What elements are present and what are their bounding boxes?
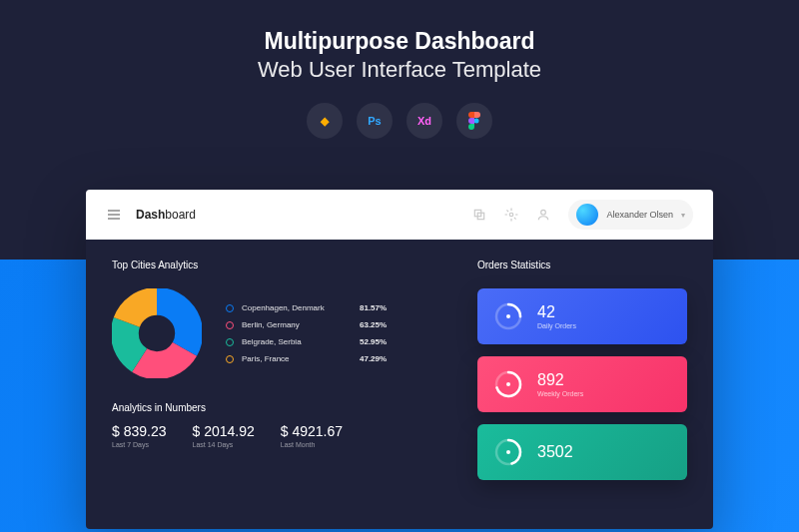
stat-label: Weekly Orders [537, 390, 583, 397]
avatar [576, 204, 598, 226]
user-icon[interactable] [536, 208, 550, 222]
settings-icon[interactable] [504, 208, 518, 222]
menu-icon[interactable] [106, 207, 122, 223]
stat-value: 42 [537, 303, 576, 321]
tool-icons-row: ◆ Ps Xd [0, 103, 799, 139]
hero-title: Multipurpose Dashboard [0, 28, 799, 55]
legend-value: 81.57% [360, 303, 387, 312]
legend-dot [226, 355, 234, 363]
number-item: $ 4921.67Last Month [281, 423, 343, 448]
stat-label: Daily Orders [537, 322, 576, 329]
progress-ring [493, 369, 523, 399]
number-value: $ 2014.92 [193, 423, 255, 439]
dashboard-frame: Dashboard Alexander Olsen ▾ Top Cities A… [86, 190, 713, 529]
legend-value: 47.29% [360, 354, 387, 363]
legend-item: Paris, France47.29% [226, 354, 387, 363]
number-item: $ 2014.92Last 14 Days [193, 423, 255, 448]
number-label: Last 14 Days [193, 441, 255, 448]
stat-value: 3502 [537, 443, 573, 461]
orders-title: Orders Statistics [477, 260, 687, 270]
svg-point-11 [125, 301, 189, 365]
legend: Copenhagen, Denmark81.57%Berlin, Germany… [226, 303, 387, 363]
legend-dot [226, 304, 234, 312]
number-label: Last Month [281, 441, 343, 448]
legend-city: Belgrade, Serbia [242, 337, 352, 346]
stat-card[interactable]: 42Daily Orders [477, 288, 687, 344]
hero-subtitle: Web User Interface Template [0, 57, 799, 83]
number-item: $ 839.23Last 7 Days [112, 423, 167, 448]
user-name: Alexander Olsen [606, 210, 673, 220]
brand: Dashboard [136, 208, 196, 222]
xd-icon: Xd [406, 103, 442, 139]
svg-point-6 [510, 213, 514, 217]
legend-value: 52.95% [360, 337, 387, 346]
photoshop-icon: Ps [357, 103, 393, 139]
app-header: Dashboard Alexander Olsen ▾ [86, 190, 713, 240]
user-menu[interactable]: Alexander Olsen ▾ [568, 200, 693, 230]
number-label: Last 7 Days [112, 441, 167, 448]
progress-ring [493, 301, 523, 331]
chevron-down-icon: ▾ [681, 211, 685, 220]
sketch-icon: ◆ [307, 103, 343, 139]
svg-point-0 [474, 119, 479, 124]
legend-city: Copenhagen, Denmark [242, 303, 352, 312]
legend-city: Berlin, Germany [242, 320, 352, 329]
legend-city: Paris, France [242, 354, 352, 363]
svg-point-7 [541, 210, 546, 215]
pie-chart [112, 288, 202, 378]
stat-card[interactable]: 3502 [477, 424, 687, 480]
number-value: $ 839.23 [112, 423, 167, 439]
numbers-row: $ 839.23Last 7 Days$ 2014.92Last 14 Days… [112, 423, 447, 448]
legend-item: Belgrade, Serbia52.95% [226, 337, 387, 346]
stat-card[interactable]: 892Weekly Orders [477, 356, 687, 412]
stat-value: 892 [537, 371, 583, 389]
legend-value: 63.25% [360, 320, 387, 329]
legend-item: Copenhagen, Denmark81.57% [226, 303, 387, 312]
legend-dot [226, 338, 234, 346]
hero-section: Multipurpose Dashboard Web User Interfac… [0, 0, 799, 139]
legend-dot [226, 321, 234, 329]
progress-ring [493, 437, 523, 467]
legend-item: Berlin, Germany63.25% [226, 320, 387, 329]
analytics-title: Top Cities Analytics [112, 260, 447, 270]
numbers-title: Analytics in Numbers [112, 402, 447, 413]
copy-icon[interactable] [472, 208, 486, 222]
number-value: $ 4921.67 [281, 423, 343, 439]
figma-icon [456, 103, 492, 139]
